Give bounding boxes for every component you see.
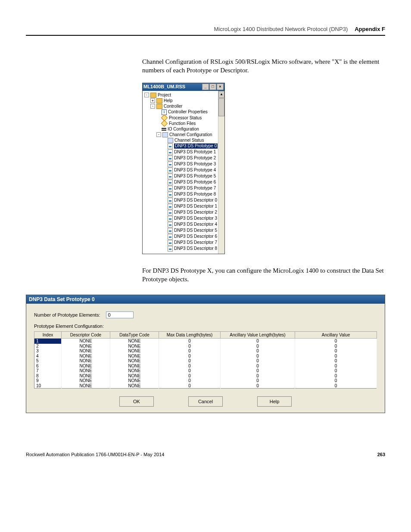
tree-channel-item-label: DNP3 DS Descriptor 8 [174,246,217,251]
tree-scrollbar[interactable]: ▲ [218,91,224,254]
tree-channel-item[interactable]: DNP3 DS Descriptor 1 [143,204,224,210]
table-row[interactable]: 4NONENONE000 [34,354,377,359]
col-index[interactable]: Index [34,332,62,339]
table-row[interactable]: 1NONENONE000 [34,339,377,344]
config-label: Prototype Element Configuration: [34,324,377,329]
io-icon [162,127,166,131]
tree-function-files[interactable]: Function Files [143,121,224,127]
document-icon [168,210,173,215]
folder-icon [150,93,156,98]
tree-channel-item-label: DNP3 DS Descriptor 7 [174,240,217,245]
tree-channel-item[interactable]: DNP3 DS Prototype 1 [143,149,224,156]
tree-channel-item[interactable]: DNP3 DS Prototype 4 [143,168,224,174]
scroll-thumb[interactable] [218,98,224,116]
cancel-button[interactable]: Cancel [188,396,223,407]
tree-channel-item-label: DNP3 DS Descriptor 2 [174,210,217,215]
close-button[interactable]: × [217,84,224,90]
minimize-button[interactable]: _ [202,84,209,90]
table-row[interactable]: 6NONENONE000 [34,364,377,369]
channel-icon [168,138,173,143]
num-elements-label: Number of Prototype Elements: [34,312,100,317]
table-row[interactable]: 2NONENONE000 [34,344,377,349]
scroll-up-icon[interactable]: ▲ [218,91,224,98]
tree-channel-item-label: DNP3 DS Prototype 2 [174,156,216,161]
ok-button[interactable]: OK [119,396,154,407]
tree-channel-item[interactable]: DNP3 DS Descriptor 3 [143,216,224,222]
tree-io-config[interactable]: IO Configuration [143,127,224,132]
tree-channel-item-label: DNP3 DS Descriptor 6 [174,234,217,239]
tree-channel-item[interactable]: DNP3 DS Prototype 2 [143,156,224,162]
tree-channel-item[interactable]: DNP3 DS Prototype 3 [143,162,224,168]
tree-channel-item-label: DNP3 DS Prototype 5 [174,174,216,179]
appendix-label: Appendix F [355,26,385,32]
tree-root[interactable]: - Project [143,93,224,98]
tree-channel-item-label: DNP3 DS Prototype 1 [174,149,216,155]
tree-channel-item[interactable]: DNP3 DS Descriptor 0 [143,198,224,204]
tree-channel-item-label: DNP3 DS Prototype 0 [174,143,218,149]
page-footer: Rockwell Automation Publication 1766-UM0… [26,452,385,457]
tree-channel-item-label: DNP3 DS Prototype 7 [174,186,216,191]
tree-channel-item[interactable]: DNP3 DS Prototype 5 [143,174,224,180]
tree-processor-status[interactable]: Processor Status [143,115,224,121]
tree-channel-item-label: DNP3 DS Prototype 8 [174,192,216,197]
col-av[interactable]: Ancillary Value [295,332,377,339]
col-maxlen[interactable]: Max Data Length(bytes) [159,332,221,339]
table-row[interactable]: 5NONENONE000 [34,358,377,364]
page-number: 263 [377,452,385,457]
document-icon [168,228,173,233]
tree-channel-item[interactable]: DNP3 DS Prototype 7 [143,186,224,192]
tree-help[interactable]: + Help [143,98,224,104]
document-icon [168,162,173,167]
document-icon [168,143,173,149]
table-row[interactable]: 3NONENONE000 [34,348,377,354]
tree-channel-item[interactable]: DNP3 DS Prototype 6 [143,180,224,186]
col-desc[interactable]: Descriptor Code [62,332,110,339]
document-icon [168,180,173,185]
tree-channel-item[interactable]: DNP3 DS Descriptor 8 [143,246,224,252]
col-avlen[interactable]: Ancillary Value Length(bytes) [221,332,295,339]
tree-channel-item-label: DNP3 DS Descriptor 0 [174,198,217,203]
document-icon [168,204,173,209]
collapse-icon[interactable]: - [144,93,149,97]
tree-channel-item[interactable]: DNP3 DS Prototype 0 [143,143,224,149]
col-dtype[interactable]: DataType Code [110,332,159,339]
num-elements-input[interactable] [106,311,134,318]
document-icon [168,186,173,191]
tree-channel-status[interactable]: Channel Status [143,138,224,143]
table-row[interactable]: 9NONENONE000 [34,378,377,383]
tree-channel-config[interactable]: - Channel Configuration [143,132,224,138]
tree-channel-item-label: DNP3 DS Prototype 6 [174,180,216,185]
maximize-button[interactable]: □ [209,84,216,90]
tree-body: ▲ - Project + Help - Controller i Contro [143,91,224,254]
tree-root-label: Project [158,93,171,98]
tree-controller[interactable]: - Controller [143,104,224,109]
document-icon [168,246,173,252]
page-header: MicroLogix 1400 Distributed Network Prot… [26,26,385,36]
window-title: ML1400B_UM.RSS [143,84,185,90]
table-row[interactable]: 7NONENONE000 [34,368,377,373]
channel-icon [162,132,168,137]
table-row[interactable]: 10NONENONE000 [34,383,377,389]
help-button[interactable]: Help [257,396,292,407]
tree-controller-properties[interactable]: i Controller Properties [143,109,224,115]
dialog-title: DNP3 Data Set Prototype 0 [29,296,95,302]
intro-paragraph-1: Channel Configuration of RSLogix 500/RSL… [142,57,385,75]
document-icon [168,198,173,203]
tree-channel-item[interactable]: DNP3 DS Descriptor 7 [143,240,224,246]
dialog-titlebar: DNP3 Data Set Prototype 0 [26,295,385,304]
diamond-icon [161,120,168,127]
document-icon [168,240,173,246]
tree-channel-item[interactable]: DNP3 DS Descriptor 4 [143,222,224,228]
document-icon [168,149,173,155]
tree-channel-item[interactable]: DNP3 DS Descriptor 6 [143,234,224,240]
collapse-icon[interactable]: - [156,132,161,137]
collapse-icon[interactable]: - [150,104,155,109]
prototype-table: Index Descriptor Code DataType Code Max … [34,331,377,389]
tree-channel-item-label: DNP3 DS Descriptor 1 [174,204,217,209]
tree-channel-item[interactable]: DNP3 DS Prototype 8 [143,192,224,198]
tree-channel-item[interactable]: DNP3 DS Descriptor 2 [143,210,224,216]
running-head: MicroLogix 1400 Distributed Network Prot… [214,26,348,32]
table-row[interactable]: 8NONENONE000 [34,373,377,379]
tree-channel-item[interactable]: DNP3 DS Descriptor 5 [143,228,224,234]
expand-icon[interactable]: + [150,98,155,103]
